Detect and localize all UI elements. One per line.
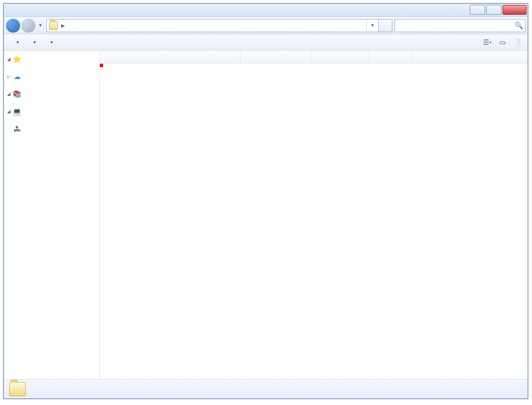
help-icon[interactable]: ❔: [512, 37, 523, 48]
cloud-icon: ☁: [13, 72, 21, 81]
column-size[interactable]: [369, 51, 413, 63]
refresh-button[interactable]: [378, 19, 392, 32]
titlebar: [4, 4, 528, 17]
network-icon: 🖧: [13, 124, 21, 133]
folder-icon: [49, 21, 58, 30]
address-dropdown-icon[interactable]: ▼: [366, 20, 378, 32]
star-icon: ⭐: [13, 55, 21, 63]
sidebar-network[interactable]: 🖧: [4, 123, 99, 135]
new-folder-button[interactable]: [59, 34, 70, 50]
computer-icon: 💻: [13, 107, 21, 116]
sidebar-favorites[interactable]: ◢⭐: [4, 53, 99, 65]
share-button[interactable]: ▼: [42, 34, 59, 50]
file-list[interactable]: [100, 64, 528, 379]
sidebar-wps[interactable]: ▷☁: [4, 70, 99, 82]
maximize-button[interactable]: [486, 5, 501, 15]
column-date[interactable]: [241, 51, 312, 63]
folder-icon: [9, 382, 26, 396]
sidebar-computer[interactable]: ◢💻: [4, 105, 99, 117]
toolbar: ▼ ▼ ▼ ☰▾ ▭ ❔: [4, 34, 528, 51]
status-bar: [4, 379, 528, 398]
search-box[interactable]: 🔍: [394, 19, 525, 32]
content-pane: [100, 51, 528, 379]
close-button[interactable]: [503, 5, 527, 15]
minimize-button[interactable]: [470, 5, 485, 15]
back-button[interactable]: [6, 19, 20, 33]
explorer-window: ▼ ▶ ▼ 🔍 ▼ ▼ ▼ ☰▾ ▭ ❔ ◢⭐: [3, 3, 528, 399]
search-icon[interactable]: 🔍: [513, 21, 525, 29]
include-library-button[interactable]: ▼: [25, 34, 42, 50]
search-input[interactable]: [395, 22, 513, 29]
preview-pane-icon[interactable]: ▭: [497, 37, 508, 48]
forward-button[interactable]: [21, 19, 35, 33]
address-bar[interactable]: ▶ ▼: [46, 19, 379, 32]
column-headers: [100, 51, 528, 64]
library-icon: 📚: [13, 89, 21, 98]
chevron-right-icon[interactable]: ▶: [60, 23, 66, 28]
sidebar: ◢⭐ ▷☁ ◢📚 ◢💻 🖧: [4, 51, 100, 379]
nav-bar: ▼ ▶ ▼ 🔍: [4, 17, 528, 34]
history-dropdown-icon[interactable]: ▼: [37, 19, 44, 32]
column-type[interactable]: [312, 51, 369, 63]
organize-button[interactable]: ▼: [8, 34, 25, 50]
view-options-icon[interactable]: ☰▾: [482, 37, 493, 48]
highlight-box: [100, 64, 103, 67]
column-name[interactable]: [100, 51, 241, 63]
sidebar-libraries[interactable]: ◢📚: [4, 88, 99, 100]
